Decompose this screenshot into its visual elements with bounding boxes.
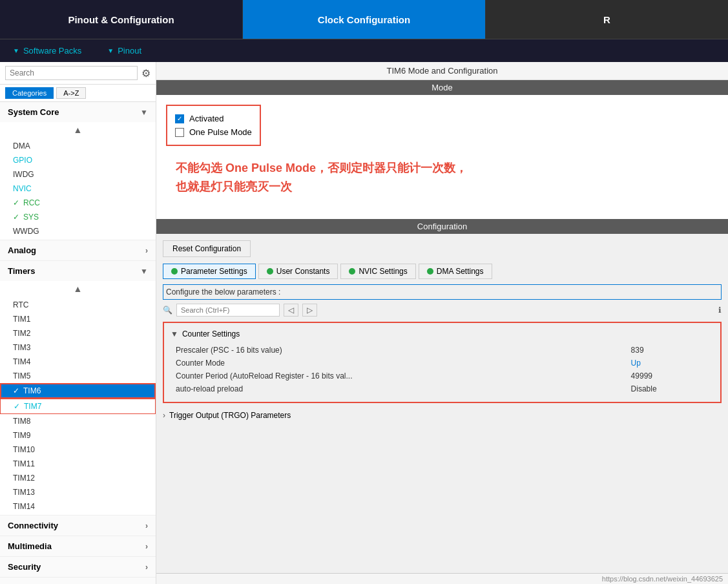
- sidebar-item-tim11[interactable]: TIM11: [0, 457, 156, 471]
- one-pulse-row: One Pulse Mode: [175, 127, 252, 137]
- search-params: 🔍 ◁ ▷ ℹ: [163, 304, 722, 317]
- sidebar-item-tim7[interactable]: ✓TIM7: [0, 399, 156, 414]
- chevron-right-icon: ›: [145, 521, 148, 530]
- check-icon: ✓: [13, 213, 19, 222]
- dma-settings-tab[interactable]: DMA Settings: [419, 264, 492, 279]
- search-params-input[interactable]: [176, 304, 280, 317]
- params-label: Configure the below parameters :: [163, 284, 722, 300]
- sidebar-item-sys[interactable]: ✓SYS: [0, 210, 156, 224]
- search-bar: ⚙: [0, 62, 156, 85]
- clock-config-tab[interactable]: Clock Configuration: [243, 0, 486, 39]
- sidebar-item-rtc[interactable]: RTC: [0, 298, 156, 312]
- search-input[interactable]: [5, 66, 138, 80]
- reset-config-button[interactable]: Reset Configuration: [163, 240, 251, 257]
- system-core-section: System Core ▼ ▲ DMA GPIO IWDG NVIC ✓RCC …: [0, 102, 156, 240]
- sidebar-item-dma[interactable]: DMA: [0, 139, 156, 153]
- timers-items: RTC TIM1 TIM2 TIM3 TIM4 TIM5 ✓ TIM6 ✓TIM…: [0, 297, 156, 515]
- config-tabs: Parameter Settings User Constants NVIC S…: [163, 264, 722, 279]
- connectivity-header[interactable]: Connectivity ›: [0, 516, 156, 536]
- software-packs-menu[interactable]: ▼ Software Packs: [0, 39, 94, 62]
- table-row: Counter Mode Up: [171, 357, 714, 370]
- url-bar: https://blog.csdn.net/weixin_44693625: [156, 573, 728, 584]
- param-settings-tab[interactable]: Parameter Settings: [163, 264, 256, 279]
- security-section: Security ›: [0, 557, 156, 578]
- check-icon: ✓: [13, 198, 19, 207]
- timers-section: Timers ▼ ▲ RTC TIM1 TIM2 TIM3 TIM4 TIM5 …: [0, 261, 156, 516]
- sidebar-item-tim8[interactable]: TIM8: [0, 414, 156, 428]
- collapse-arrow: ▲: [0, 122, 156, 138]
- security-header[interactable]: Security ›: [0, 557, 156, 577]
- config-body: Reset Configuration Parameter Settings U…: [156, 234, 728, 573]
- info-icon[interactable]: ℹ: [718, 306, 722, 315]
- sidebar-item-tim9[interactable]: TIM9: [0, 428, 156, 443]
- config-section: Configuration Reset Configuration Parame…: [156, 219, 728, 573]
- second-bar: ▼ Software Packs ▼ Pinout: [0, 39, 728, 62]
- table-row: Counter Period (AutoReload Register - 16…: [171, 370, 714, 382]
- check-icon: ✓: [14, 402, 20, 411]
- analog-header[interactable]: Analog ›: [0, 240, 156, 260]
- green-dot: [171, 268, 178, 275]
- activated-checkbox[interactable]: ✓: [175, 114, 184, 123]
- mode-content: ✓ Activated One Pulse Mode 不能勾选 One Puls…: [156, 95, 728, 219]
- pinout-config-tab[interactable]: Pinout & Configuration: [0, 0, 243, 39]
- content-header: TIM6 Mode and Configuration: [156, 62, 728, 80]
- categories-tab[interactable]: Categories: [5, 87, 54, 99]
- annotation-text: 不能勾选 One Pulse Mode，否则定时器只能计一次数， 也就是灯只能亮…: [166, 146, 718, 209]
- computing-header[interactable]: Computing ›: [0, 578, 156, 584]
- sidebar-item-tim5[interactable]: TIM5: [0, 369, 156, 383]
- pinout-menu[interactable]: ▼ Pinout: [94, 39, 154, 62]
- sidebar-item-tim10[interactable]: TIM10: [0, 443, 156, 457]
- chevron-down-icon: ▼: [13, 47, 19, 54]
- collapse-arrow: ▲: [0, 281, 156, 297]
- extra-tab[interactable]: R: [486, 0, 728, 39]
- category-tabs: Categories A->Z: [0, 85, 156, 102]
- prev-icon[interactable]: ◁: [284, 304, 298, 317]
- chevron-right-icon: ›: [163, 411, 165, 420]
- mode-section: Mode ✓ Activated One Pulse Mode 不能勾选 One…: [156, 80, 728, 219]
- user-constants-tab[interactable]: User Constants: [258, 264, 338, 279]
- sidebar-item-iwdg[interactable]: IWDG: [0, 167, 156, 182]
- sidebar-item-tim13[interactable]: TIM13: [0, 485, 156, 499]
- chevron-right-icon: ›: [145, 246, 148, 255]
- sidebar-item-tim6[interactable]: ✓ TIM6: [0, 383, 156, 399]
- sidebar: ⚙ Categories A->Z System Core ▼ ▲ DMA GP…: [0, 62, 156, 584]
- chevron-right-icon: ›: [145, 542, 148, 551]
- sidebar-item-tim1[interactable]: TIM1: [0, 312, 156, 326]
- green-dot: [267, 268, 273, 275]
- sidebar-item-tim3[interactable]: TIM3: [0, 340, 156, 355]
- chevron-down-icon: ▼: [140, 267, 148, 276]
- one-pulse-checkbox[interactable]: [175, 128, 184, 137]
- trigger-output-row[interactable]: › Trigger Output (TRGO) Parameters: [163, 408, 722, 422]
- system-core-header[interactable]: System Core ▼: [0, 102, 156, 122]
- az-tab[interactable]: A->Z: [56, 87, 86, 99]
- gear-icon[interactable]: ⚙: [141, 67, 151, 79]
- analog-section: Analog ›: [0, 240, 156, 261]
- table-row: auto-reload preload Disable: [171, 382, 714, 395]
- counter-settings-header: ▼ Counter Settings: [171, 329, 714, 339]
- content-area: TIM6 Mode and Configuration Mode ✓ Activ…: [156, 62, 728, 584]
- sidebar-item-tim12[interactable]: TIM12: [0, 471, 156, 485]
- connectivity-section: Connectivity ›: [0, 516, 156, 536]
- chevron-right-icon: ›: [145, 563, 148, 572]
- sidebar-item-wwdg[interactable]: WWDG: [0, 224, 156, 238]
- sidebar-item-nvic[interactable]: NVIC: [0, 182, 156, 196]
- sidebar-item-tim4[interactable]: TIM4: [0, 355, 156, 369]
- computing-section: Computing ›: [0, 578, 156, 584]
- search-icon: 🔍: [163, 306, 172, 315]
- next-icon[interactable]: ▷: [302, 304, 317, 317]
- main-layout: ⚙ Categories A->Z System Core ▼ ▲ DMA GP…: [0, 62, 728, 584]
- timers-header[interactable]: Timers ▼: [0, 261, 156, 281]
- sidebar-item-gpio[interactable]: GPIO: [0, 153, 156, 167]
- config-bar: Configuration: [156, 219, 728, 234]
- sidebar-item-tim14[interactable]: TIM14: [0, 499, 156, 514]
- activated-row: ✓ Activated: [175, 114, 252, 123]
- mode-checkboxes: ✓ Activated One Pulse Mode: [166, 105, 261, 146]
- mode-bar: Mode: [156, 80, 728, 95]
- sidebar-item-tim2[interactable]: TIM2: [0, 326, 156, 340]
- chevron-down-icon: ▼: [107, 47, 114, 54]
- sidebar-item-rcc[interactable]: ✓RCC: [0, 196, 156, 210]
- nvic-settings-tab[interactable]: NVIC Settings: [340, 264, 415, 279]
- top-bar: Pinout & Configuration Clock Configurati…: [0, 0, 728, 39]
- multimedia-header[interactable]: Multimedia ›: [0, 536, 156, 556]
- table-row: Prescaler (PSC - 16 bits value) 839: [171, 344, 714, 357]
